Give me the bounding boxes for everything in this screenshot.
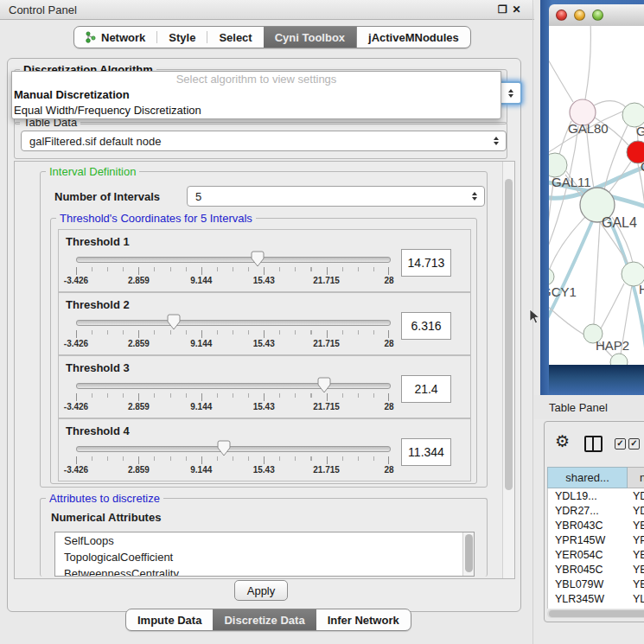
tab-network[interactable]: Network bbox=[74, 27, 156, 48]
cell-name[interactable]: YBR0 bbox=[630, 520, 644, 532]
cell-shared-name[interactable]: YBR045C bbox=[548, 564, 630, 576]
scrollbar-thumb[interactable] bbox=[505, 179, 513, 490]
table-row[interactable]: YLR345WYLR3 bbox=[548, 591, 644, 606]
cell-name[interactable]: YER0 bbox=[630, 549, 644, 561]
table-row[interactable]: YER054CYER0 bbox=[548, 547, 644, 562]
algorithm-dropdown-popup: Select algorithm to view settings Manual… bbox=[11, 71, 501, 119]
table-panel-header: Table Panel bbox=[534, 395, 644, 419]
cell-shared-name[interactable]: YBL079W bbox=[548, 578, 630, 590]
slider-ticks bbox=[76, 393, 389, 401]
cyni-bottom-tabs: Impute Data Discretize Data Infer Networ… bbox=[125, 609, 411, 631]
table-row[interactable]: YPR145WYPR1 bbox=[548, 532, 644, 547]
close-panel-icon[interactable]: ✕ bbox=[510, 3, 523, 16]
cell-name[interactable]: YPR1 bbox=[630, 534, 644, 546]
network-graph[interactable]: GAL80 GA C GAL11 GAL4 GCY1 H HAP2 bbox=[549, 26, 644, 365]
list-item[interactable]: SelfLoops bbox=[55, 532, 474, 549]
numerical-attributes-label: Numerical Attributes bbox=[51, 511, 161, 524]
cell-name[interactable]: YIL0 bbox=[630, 608, 644, 609]
settings-vertical-scrollbar[interactable] bbox=[502, 162, 514, 578]
table-panel: ⚙ ✓ ✓ shared... na YDL19...YDL1YDR27...Y… bbox=[544, 421, 644, 622]
threshold-1-value-field[interactable]: 14.713 bbox=[401, 249, 451, 277]
thresholds-group-title: Threshold's Coordinates for 5 Intervals bbox=[56, 212, 256, 225]
threshold-4-value-field[interactable]: 11.344 bbox=[401, 438, 451, 466]
num-intervals-spinner[interactable]: 5 bbox=[187, 186, 485, 207]
slider-thumb[interactable] bbox=[251, 251, 265, 268]
cell-shared-name[interactable]: YDL19... bbox=[548, 490, 630, 502]
node-label: HAP2 bbox=[596, 338, 629, 353]
table-header-row: shared... na bbox=[547, 467, 644, 488]
minimize-traffic-light-icon[interactable] bbox=[574, 10, 585, 21]
list-item[interactable]: TopologicalCoefficient bbox=[55, 549, 474, 565]
control-panel-tabs: Network Style Select Cyni Toolbox jActiv… bbox=[73, 26, 471, 48]
tab-impute-data[interactable]: Impute Data bbox=[126, 609, 213, 630]
threshold-3-value-field[interactable]: 21.4 bbox=[401, 375, 451, 403]
scrollbar-thumb[interactable] bbox=[465, 534, 473, 572]
cell-name[interactable]: YBL0 bbox=[630, 578, 644, 590]
tab-discretize-data[interactable]: Discretize Data bbox=[213, 609, 316, 630]
threshold-2-slider[interactable] bbox=[76, 320, 391, 326]
cell-shared-name[interactable]: YPR145W bbox=[548, 534, 630, 546]
checkbox-icon[interactable]: ✓ bbox=[615, 438, 626, 450]
list-item[interactable]: BetweennessCentrality bbox=[55, 565, 474, 577]
mouse-cursor bbox=[529, 309, 540, 328]
slider-thumb[interactable] bbox=[217, 440, 231, 457]
scrollbar-thumb[interactable] bbox=[549, 610, 644, 617]
table-row[interactable]: YBR043CYBR0 bbox=[548, 518, 644, 532]
slider-thumb[interactable] bbox=[167, 314, 181, 331]
zoom-traffic-light-icon[interactable] bbox=[592, 10, 603, 21]
table-data-combobox[interactable]: galFiltered.sif default node bbox=[21, 131, 507, 151]
cell-name[interactable]: YBR0 bbox=[630, 564, 644, 576]
node-gal11[interactable] bbox=[549, 153, 567, 177]
table-body[interactable]: YDL19...YDL1YDR27...YDR2YBR043CYBR0YPR14… bbox=[547, 488, 644, 609]
table-row[interactable]: YIL052CYIL0 bbox=[548, 606, 644, 609]
num-intervals-value: 5 bbox=[195, 190, 201, 203]
algorithm-option-manual[interactable]: Manual Discretization bbox=[12, 87, 501, 103]
threshold-3-slider[interactable] bbox=[76, 383, 391, 389]
cell-name[interactable]: YLR3 bbox=[630, 593, 644, 605]
column-header-name[interactable]: na bbox=[628, 467, 644, 488]
tab-cyni-toolbox[interactable]: Cyni Toolbox bbox=[264, 27, 356, 48]
cell-shared-name[interactable]: YLR345W bbox=[548, 593, 630, 605]
columns-icon[interactable] bbox=[584, 436, 603, 452]
network-canvas[interactable]: GAL80 GA C GAL11 GAL4 GCY1 H HAP2 bbox=[549, 26, 644, 365]
table-row[interactable]: YDL19...YDL1 bbox=[548, 488, 644, 503]
slider-thumb[interactable] bbox=[317, 377, 331, 394]
node-bottom-partial[interactable] bbox=[610, 354, 628, 365]
threshold-2-value-field[interactable]: 6.316 bbox=[401, 312, 451, 340]
slider-tick-labels: -3.4262.859 9.14415.43 21.71528 bbox=[76, 465, 389, 475]
cell-shared-name[interactable]: YIL052C bbox=[548, 608, 630, 609]
table-row[interactable]: YBR045CYBR0 bbox=[548, 562, 644, 577]
gear-icon[interactable]: ⚙ bbox=[555, 433, 570, 450]
apply-button[interactable]: Apply bbox=[234, 580, 288, 601]
float-window-icon[interactable]: ❐ bbox=[496, 3, 509, 16]
cell-shared-name[interactable]: YBR043C bbox=[548, 520, 630, 532]
table-row[interactable]: YBL079WYBL0 bbox=[548, 577, 644, 591]
threshold-2-label: Threshold 2 bbox=[66, 298, 130, 311]
cell-shared-name[interactable]: YDR27... bbox=[548, 505, 630, 517]
network-window-titlebar[interactable] bbox=[549, 4, 644, 27]
node-label: GAL11 bbox=[552, 175, 591, 189]
tab-infer-network[interactable]: Infer Network bbox=[316, 609, 411, 630]
table-horizontal-scrollbar[interactable] bbox=[547, 609, 644, 618]
table-panel-title: Table Panel bbox=[549, 401, 608, 414]
cell-name[interactable]: YDL1 bbox=[630, 490, 644, 502]
tab-network-label: Network bbox=[101, 31, 145, 44]
threshold-4-slider[interactable] bbox=[76, 446, 391, 452]
attributes-list-scrollbar[interactable] bbox=[462, 532, 474, 576]
cell-shared-name[interactable]: YER054C bbox=[548, 549, 630, 561]
table-data-value: galFiltered.sif default node bbox=[29, 135, 161, 148]
close-traffic-light-icon[interactable] bbox=[556, 10, 567, 21]
combo-arrows-icon bbox=[508, 89, 513, 98]
cell-name[interactable]: YDR2 bbox=[630, 505, 644, 517]
algorithm-option-equal-width[interactable]: Equal Width/Frequency Discretization bbox=[12, 103, 501, 118]
slider-tick-labels: -3.4262.859 9.14415.43 21.71528 bbox=[76, 339, 389, 349]
table-row[interactable]: YDR27...YDR2 bbox=[548, 503, 644, 518]
node-gcy1[interactable] bbox=[549, 268, 554, 285]
edge bbox=[549, 221, 592, 325]
threshold-1-slider[interactable] bbox=[76, 257, 391, 263]
tab-select[interactable]: Select bbox=[207, 27, 263, 48]
checkbox-icon[interactable]: ✓ bbox=[628, 438, 640, 450]
tab-jactivemnodules[interactable]: jActiveMNodules bbox=[356, 27, 470, 48]
column-header-shared-name[interactable]: shared... bbox=[547, 467, 628, 488]
tab-style[interactable]: Style bbox=[157, 27, 207, 48]
